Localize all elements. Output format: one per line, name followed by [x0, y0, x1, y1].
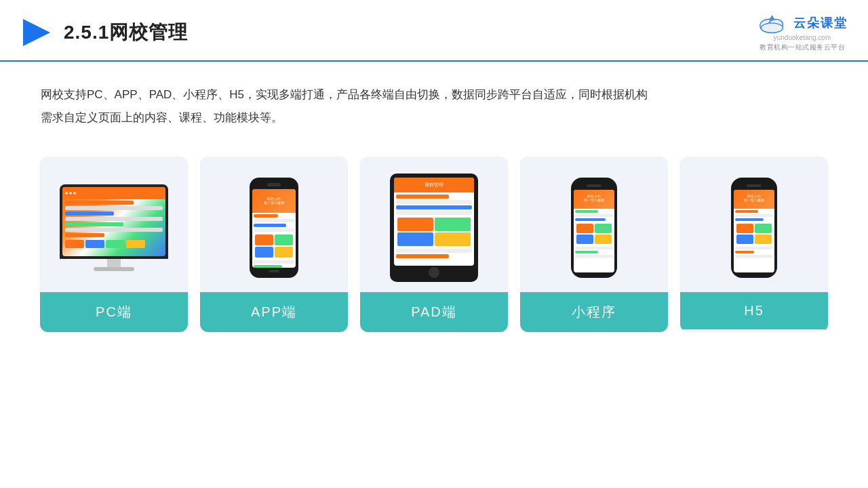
phone-screen: 职达人的第一堂兴趣课: [252, 189, 296, 268]
cards-area: PC端 职达人的第一堂兴趣课: [0, 143, 868, 352]
svg-marker-7: [769, 15, 776, 20]
h5-phone-screen: 职达人的第一堂兴趣课: [734, 190, 774, 272]
logo-sub: 教育机构一站式服务云平台: [760, 43, 845, 52]
h5-phone-notch: [747, 184, 762, 187]
page-title: 2.5.1网校管理: [64, 20, 188, 45]
description-line2: 需求自定义页面上的内容、课程、功能模块等。: [41, 106, 827, 129]
description-line1: 网校支持PC、APP、PAD、小程序、H5，实现多端打通，产品各终端自由切换，数…: [41, 83, 827, 106]
header-left: 2.5.1网校管理: [20, 16, 188, 49]
tablet-home-btn: [429, 267, 439, 278]
svg-marker-0: [23, 19, 50, 46]
cloud-icon: [757, 12, 789, 34]
app-label: APP端: [200, 292, 348, 332]
pc-monitor: [60, 184, 168, 271]
card-app: 职达人的第一堂兴趣课: [200, 157, 348, 332]
pad-image-area: 课程管理: [360, 157, 508, 292]
pc-image-area: [40, 157, 188, 292]
h5-image-area: 职达人的第一堂兴趣课: [680, 157, 828, 292]
miniprogram-phone: 职达人的第一堂兴趣课: [571, 178, 617, 278]
logo-url: yunduoketang.com: [774, 34, 831, 41]
description: 网校支持PC、APP、PAD、小程序、H5，实现多端打通，产品各终端自由切换，数…: [0, 62, 868, 143]
miniprogram-label: 小程序: [520, 292, 668, 332]
card-pad: 课程管理: [360, 157, 508, 332]
card-pc: PC端: [40, 157, 188, 332]
card-h5: 职达人的第一堂兴趣课: [680, 157, 828, 332]
h5-label: H5: [680, 292, 828, 329]
miniprogram-image-area: 职达人的第一堂兴趣课: [520, 157, 668, 292]
h5-phone: 职达人的第一堂兴趣课: [731, 178, 777, 278]
phone-home-btn: [269, 270, 279, 272]
page-header: 2.5.1网校管理 云朵课堂 yunduoketang.com 教育机构一站式服…: [0, 0, 868, 62]
monitor-frame: [60, 184, 168, 259]
pad-label: PAD端: [360, 292, 508, 332]
mini-phone-notch: [587, 184, 601, 187]
play-icon: [20, 16, 53, 49]
tablet-frame: 课程管理: [390, 174, 478, 282]
card-miniprogram: 职达人的第一堂兴趣课: [520, 157, 668, 332]
tablet-screen: 课程管理: [394, 178, 474, 266]
app-image-area: 职达人的第一堂兴趣课: [200, 157, 348, 292]
pc-label: PC端: [40, 292, 188, 332]
app-phone: 职达人的第一堂兴趣课: [250, 178, 298, 278]
logo-area: 云朵课堂 yunduoketang.com 教育机构一站式服务云平台: [757, 12, 848, 52]
logo-text: 云朵课堂: [793, 15, 848, 31]
monitor-screen: [62, 187, 165, 256]
logo-cloud: 云朵课堂: [757, 12, 848, 34]
mini-phone-screen: 职达人的第一堂兴趣课: [574, 190, 614, 272]
phone-notch: [267, 183, 281, 186]
